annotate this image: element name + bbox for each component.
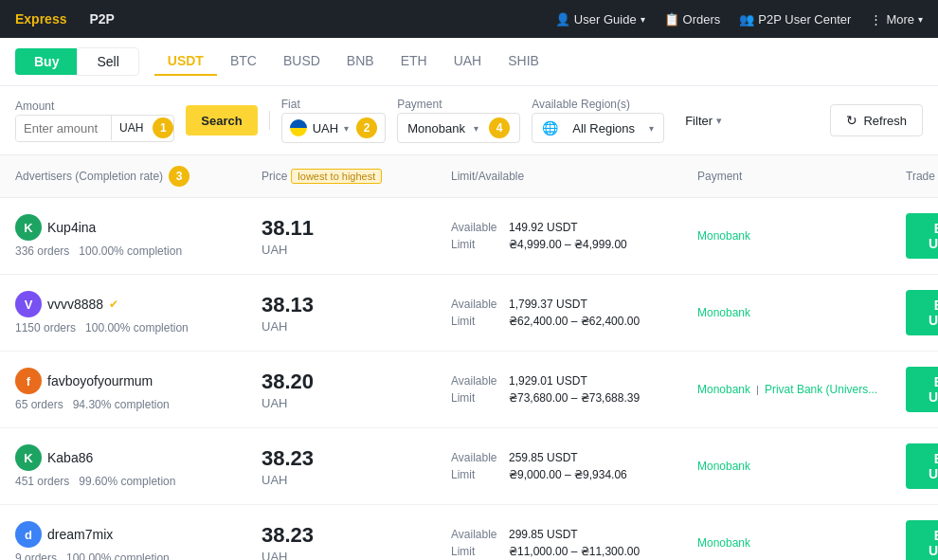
- advertiser-name[interactable]: vvvv8888: [47, 297, 103, 312]
- advertiser-name-row: f favboyofyourmum: [15, 368, 262, 394]
- advertiser-cell: V vvvv8888 ✔ 1150 orders 100.00% complet…: [15, 291, 262, 334]
- advertiser-name-row: K Kup4ina: [15, 214, 262, 241]
- tab-busd[interactable]: BUSD: [270, 47, 334, 76]
- more-link[interactable]: ⋮ More ▾: [870, 12, 923, 27]
- nav-p2p[interactable]: P2P: [89, 11, 114, 27]
- buy-usdt-button[interactable]: Buy USDT: [906, 443, 938, 489]
- price-value: 38.23: [262, 446, 451, 471]
- tab-shib[interactable]: SHIB: [495, 47, 552, 76]
- avatar: V: [15, 291, 42, 317]
- amount-unit: UAH: [111, 116, 151, 140]
- region-label: Available Region(s): [532, 98, 664, 111]
- tab-uah[interactable]: UAH: [441, 47, 496, 76]
- region-value: All Regions: [572, 121, 635, 135]
- amount-input[interactable]: [16, 116, 111, 141]
- region-filter-group: Available Region(s) 🌐 All Regions ▾: [532, 98, 664, 143]
- user-guide-link[interactable]: 👤 User Guide ▾: [555, 12, 645, 27]
- advertiser-name-row: d dream7mix: [15, 521, 262, 548]
- payment-separator: |: [756, 384, 759, 395]
- advertiser-stats: 1150 orders 100.00% completion: [15, 321, 262, 334]
- advertiser-name[interactable]: Kup4ina: [47, 220, 96, 235]
- payment-tag: Monobank: [697, 460, 750, 473]
- tab-usdt[interactable]: USDT: [154, 47, 217, 76]
- available-row: Available 1,929.01 USDT: [451, 374, 697, 388]
- user-guide-label: User Guide: [574, 12, 637, 27]
- price-currency: UAH: [262, 319, 451, 334]
- price-cell: 38.23 UAH: [262, 523, 451, 561]
- advertiser-name-row: K Kaba86: [15, 444, 262, 471]
- limit-row: Limit ₴11,000.00 – ₴11,300.00: [451, 545, 697, 558]
- table-row: d dream7mix 9 orders 100.00% completion …: [0, 505, 938, 560]
- col-limit: Limit/Available: [451, 163, 697, 190]
- tab-btc[interactable]: BTC: [217, 47, 270, 76]
- advertiser-cell: K Kup4ina 336 orders 100.00% completion: [15, 214, 262, 258]
- more-chevron-icon: ▾: [918, 14, 923, 25]
- advertiser-stats: 451 orders 99.60% completion: [15, 475, 262, 488]
- payment-tag: Monobank: [697, 229, 750, 243]
- buy-button[interactable]: Buy: [15, 48, 78, 75]
- advertiser-name[interactable]: favboyofyourmum: [47, 373, 153, 388]
- available-value: 299.85 USDT: [509, 528, 578, 541]
- col-trade: Trade 0 Fee: [906, 163, 938, 190]
- table-row: K Kup4ina 336 orders 100.00% completion …: [0, 198, 938, 275]
- payment-cell: Monobank: [697, 229, 906, 243]
- available-label: Available: [451, 221, 503, 234]
- advertiser-cell: d dream7mix 9 orders 100.00% completion: [15, 521, 262, 560]
- available-label: Available: [451, 374, 503, 388]
- buy-usdt-button[interactable]: Buy USDT: [906, 367, 938, 412]
- tab-eth[interactable]: ETH: [388, 47, 441, 76]
- sell-button[interactable]: Sell: [77, 47, 138, 76]
- fiat-select[interactable]: UAH ▾ 2: [281, 113, 386, 143]
- orders-link[interactable]: 📋 Orders: [664, 12, 721, 27]
- brand-express[interactable]: Express: [15, 11, 66, 27]
- col-trade-label: Trade: [906, 170, 935, 183]
- limit-cell: Available 1,799.37 USDT Limit ₴62,400.00…: [451, 298, 697, 328]
- tab-bnb[interactable]: BNB: [334, 47, 388, 76]
- nav-right: 👤 User Guide ▾ 📋 Orders 👥 P2P User Cente…: [555, 12, 923, 27]
- advertiser-name[interactable]: Kaba86: [47, 450, 93, 465]
- payment-cell: Monobank: [697, 460, 906, 473]
- payment-tag: Monobank: [697, 383, 750, 396]
- available-row: Available 149.92 USDT: [451, 221, 697, 234]
- region-select[interactable]: 🌐 All Regions ▾: [532, 113, 664, 143]
- buy-usdt-button[interactable]: Buy USDT: [906, 290, 938, 335]
- payment-cell: Monobank: [697, 536, 906, 550]
- p2p-center-link[interactable]: 👥 P2P User Center: [739, 12, 851, 27]
- orders-label: Orders: [683, 12, 721, 27]
- price-sort-badge[interactable]: lowest to highest: [291, 169, 382, 184]
- payment-select[interactable]: Monobank ▾ 4: [397, 113, 520, 143]
- col-advertisers-label: Advertisers (Completion rate): [15, 170, 163, 183]
- limit-value: ₴11,000.00 – ₴11,300.00: [509, 545, 640, 558]
- annotation-3: 3: [169, 166, 189, 187]
- col-price: Price lowest to highest: [262, 163, 451, 190]
- verified-icon: ✔: [109, 298, 118, 311]
- p2p-center-icon: 👥: [739, 12, 754, 27]
- price-cell: 38.11 UAH: [262, 216, 451, 257]
- available-row: Available 259.85 USDT: [451, 451, 697, 464]
- p2p-center-label: P2P User Center: [758, 12, 851, 27]
- available-label: Available: [451, 451, 503, 464]
- buy-usdt-button[interactable]: Buy USDT: [906, 520, 938, 560]
- limit-row: Limit ₴9,000.00 – ₴9,934.06: [451, 468, 697, 481]
- annotation-4: 4: [489, 117, 510, 138]
- nav-left: Express P2P: [15, 11, 115, 27]
- buy-usdt-button[interactable]: Buy USDT: [906, 213, 938, 259]
- table-header: Advertisers (Completion rate) 3 Price lo…: [0, 155, 938, 198]
- search-button[interactable]: Search: [186, 105, 257, 135]
- filter-bar: Amount UAH 1 Search Fiat UAH ▾ 2 Payment…: [0, 86, 938, 155]
- annotation-2: 2: [356, 117, 377, 138]
- limit-value: ₴9,000.00 – ₴9,934.06: [509, 468, 627, 481]
- avatar: K: [15, 444, 42, 471]
- orders-icon: 📋: [664, 12, 679, 27]
- available-value: 259.85 USDT: [509, 451, 578, 464]
- advertiser-name[interactable]: dream7mix: [47, 527, 113, 542]
- more-label: More: [886, 12, 914, 27]
- annotation-1: 1: [153, 117, 173, 138]
- refresh-button[interactable]: ↻ Refresh: [830, 104, 923, 136]
- filter-button[interactable]: Filter ▾: [676, 108, 731, 134]
- payment-tag: Monobank: [697, 306, 750, 319]
- crypto-tabs: USDT BTC BUSD BNB ETH UAH SHIB: [154, 47, 552, 76]
- advertiser-cell: f favboyofyourmum 65 orders 94.30% compl…: [15, 368, 262, 411]
- price-cell: 38.23 UAH: [262, 446, 451, 487]
- col-price-label: Price: [262, 170, 287, 183]
